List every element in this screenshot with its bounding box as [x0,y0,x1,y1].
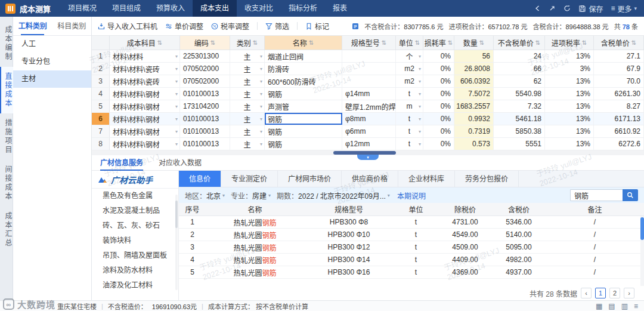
column-header[interactable]: 编码 ⇅ [180,36,230,50]
cell-price-extax[interactable]: 62 [494,75,545,87]
cell-spec[interactable] [342,50,396,62]
column-header[interactable]: 不含税单价 ⇅ [494,36,545,50]
column-header[interactable]: 进项税率 ⇅ [545,36,594,50]
cell-unit[interactable]: m▾ [396,100,423,112]
cell-loss-rate[interactable]: 0% [423,100,454,112]
cell-type[interactable]: 主▾ [230,138,265,150]
column-header[interactable]: 名称 ⇅ [265,36,342,50]
cell-name[interactable]: 钢筋 [265,88,342,100]
row-number[interactable]: 8 [92,138,110,150]
material-category-item[interactable]: 水泥及混凝土制品 [92,204,178,218]
cell-spec[interactable] [342,75,396,87]
cell-code[interactable]: 070502000 [180,75,230,87]
tab-subject-category[interactable]: 科目类别 [52,17,92,35]
price-row[interactable]: 4 热轧光圆钢筋 HPB300 Φ14 t 4409.00 4982.00 / [179,254,644,266]
sort-icon[interactable]: ⇅ [582,39,587,46]
table-row[interactable]: 4 材料\材料\钢材▾ 010100013 主▾ 钢筋 φ14mm t▾ 0% … [92,88,644,100]
price-adjust-button[interactable]: 单价调整 [165,21,203,31]
cell-loss-rate[interactable]: 0% [423,75,454,87]
cell-price-inctax[interactable]: 6261.30 [594,88,644,100]
cell-spec[interactable]: φ14mm [342,88,396,100]
sort-icon[interactable]: ⇅ [448,39,453,46]
cell-material-name[interactable]: 热轧光圆钢筋 [206,241,304,253]
tab-material-category[interactable]: 工料类别 [13,17,52,35]
row-number[interactable]: 1 [92,50,110,62]
material-category-item[interactable]: 装饰块料 [92,233,178,248]
table-row[interactable]: 2 材料\材料\瓷砖▾ 070502000 主▾ 防滑砖 m2▾ 0% 26.8… [92,63,644,75]
row-number[interactable]: 2 [92,63,110,75]
menu-icon[interactable]: ≡ [634,302,638,310]
grid-view-icon[interactable]: ▦ [596,302,602,310]
price-tab[interactable]: 供应商价格 [342,171,398,187]
cell-price-extax[interactable]: 66 [494,63,545,75]
cell-cost-subject[interactable]: 材料\材料▾ [110,50,180,62]
nav-tab[interactable]: 报表 [325,0,355,17]
sort-icon[interactable]: ⇅ [535,39,540,46]
cell-quantity[interactable]: 56 [454,50,494,62]
cell-unit[interactable]: m2▾ [396,63,423,75]
cell-name[interactable]: 钢筋 [265,138,342,150]
save-button[interactable]: 保存 [578,4,603,14]
cell-code[interactable]: 010100013 [180,138,230,150]
region-select[interactable]: 北京▾ [206,190,225,201]
collapse-panel-button[interactable]: ▾ [357,155,379,160]
sort-icon[interactable]: ⇅ [253,39,258,46]
price-tab[interactable]: 专业测定价 [221,171,278,187]
cell-input-tax-rate[interactable]: 13% [545,75,594,87]
cell-type[interactable]: 主▾ [230,100,265,112]
cell-price-inctax[interactable]: 8.27 [594,100,644,112]
sort-icon[interactable]: ⇅ [157,39,162,46]
tax-adjust-button[interactable]: 税率调整 [211,21,249,31]
row-number[interactable]: 3 [92,75,110,87]
period-select[interactable]: 2022 / 北京市2022年09月...▾ [298,190,390,201]
material-category-item[interactable]: 吊顶、隔墙及屋面板 [92,248,178,263]
cell-material-name[interactable]: 热轧光圆钢筋 [206,254,304,266]
scrollbar-thumb[interactable] [175,201,178,228]
cell-code[interactable]: 010100013 [180,88,230,100]
column-header[interactable]: 类别 ⇅ [230,36,265,50]
row-number[interactable]: 5 [92,100,110,112]
column-header[interactable]: 含税单价 ⇅ [594,36,644,50]
nav-tab[interactable]: 项目组成 [104,0,148,17]
cell-input-tax-rate[interactable]: 3% [545,63,594,75]
material-category-item[interactable]: 黑色及有色金属 [92,189,178,204]
price-row[interactable]: 2 热轧光圆钢筋 HPB300 Φ10 t 4549.00 5140.00 / [179,229,644,241]
cell-price-inctax[interactable]: 70.0 [594,75,644,87]
cell-price-inctax[interactable]: 6610.92 [594,125,644,137]
cell-type[interactable]: 主▾ [230,113,265,125]
rail-item[interactable]: 措施项目 [0,113,13,160]
cell-loss-rate[interactable]: 0% [423,138,454,150]
category-item[interactable]: 人工 [13,36,91,53]
rail-item[interactable]: 成本编制 [0,20,13,67]
cell-code[interactable]: 173104200 [180,100,230,112]
cell-cost-subject[interactable]: 材料\材料\瓷砖▾ [110,75,180,87]
major-select[interactable]: 房建▾ [252,190,271,201]
cell-price-inctax[interactable]: 6171.13 [594,113,644,125]
price-row[interactable]: 5 热轧光圆钢筋 HPB300 Φ16 t 4369.00 4937.00 / [179,266,644,279]
page-number-button[interactable]: 2 [609,288,620,298]
cell-quantity[interactable]: 26.8008 [454,63,494,75]
category-scrollbar[interactable] [175,195,178,290]
sort-icon[interactable]: ⇅ [210,39,215,46]
cell-quantity[interactable]: 0.9932 [454,113,494,125]
cell-type[interactable]: 主▾ [230,50,265,62]
cell-unit[interactable]: 个▾ [396,50,423,62]
cell-name[interactable]: 钢筋 [265,125,342,137]
cell-unit[interactable]: t▾ [396,88,423,100]
column-header[interactable]: 规格型号 ⇅ [342,36,396,50]
cell-input-tax-rate[interactable]: 13% [545,88,594,100]
table-row[interactable]: 6 材料\材料\钢材▾ 010100013 主▾ 钢筋 φ8mm t▾ 0% 0… [92,113,644,125]
sort-icon[interactable]: ⇅ [309,39,314,46]
rail-item[interactable]: 成本汇总 [0,207,13,253]
layout-view-icon[interactable]: ▥ [621,302,628,310]
cell-name[interactable]: 烟道止回阀 [265,50,342,62]
prev-page-button[interactable]: ‹ [581,288,592,298]
import-income-button[interactable]: 导入收入工料机 [98,21,157,31]
cell-name[interactable]: 600*600防滑砖 [265,75,342,87]
cell-cost-subject[interactable]: 材料\材料\钢材▾ [110,113,180,125]
cell-loss-rate[interactable]: 0% [423,113,454,125]
column-header[interactable]: 损耗率 ⇅ [423,36,454,50]
cell-spec[interactable]: φ12mm [342,138,396,150]
cell-price-extax[interactable]: 5540.98 [494,88,545,100]
material-category-item[interactable]: 涂料及防水材料 [92,263,178,278]
